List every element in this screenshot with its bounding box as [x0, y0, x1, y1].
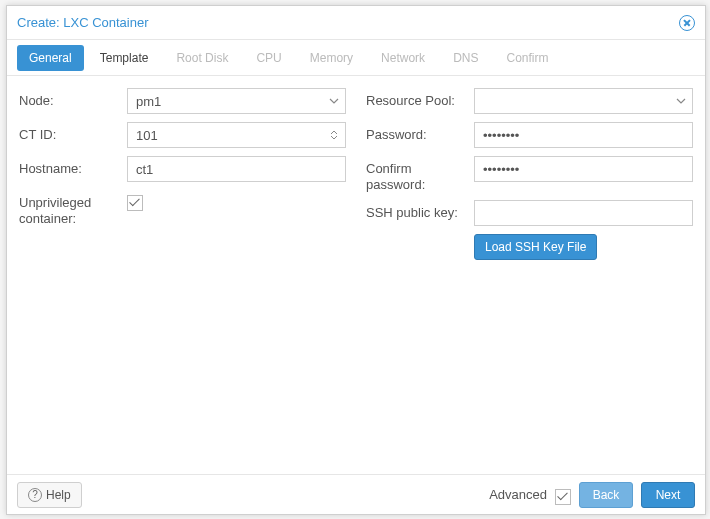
ssh-key-input[interactable]	[474, 200, 693, 226]
node-combo[interactable]: pm1	[127, 88, 346, 114]
chevron-down-icon[interactable]	[323, 98, 345, 104]
tab-network: Network	[369, 45, 437, 71]
ctid-value: 101	[128, 128, 323, 143]
node-label: Node:	[19, 88, 127, 109]
resource-pool-combo[interactable]	[474, 88, 693, 114]
dialog-body: Node: pm1 CT ID: 101	[7, 76, 705, 474]
load-ssh-key-button[interactable]: Load SSH Key File	[474, 234, 597, 260]
tab-general[interactable]: General	[17, 45, 84, 71]
hostname-input[interactable]	[127, 156, 346, 182]
advanced-checkbox[interactable]	[555, 489, 571, 505]
hostname-label: Hostname:	[19, 156, 127, 177]
create-lxc-dialog: Create: LXC Container GeneralTemplateRoo…	[6, 5, 706, 515]
dialog-footer: ? Help Advanced Back Next	[7, 474, 705, 514]
tab-confirm: Confirm	[494, 45, 560, 71]
ctid-label: CT ID:	[19, 122, 127, 143]
node-value: pm1	[128, 94, 323, 109]
confirm-password-input[interactable]	[474, 156, 693, 182]
wizard-tabs: GeneralTemplateRoot DiskCPUMemoryNetwork…	[7, 40, 705, 76]
password-label: Password:	[366, 122, 474, 143]
close-icon[interactable]	[679, 15, 695, 31]
confirm-password-label: Confirm password:	[366, 156, 474, 192]
tab-cpu: CPU	[244, 45, 293, 71]
titlebar: Create: LXC Container	[7, 6, 705, 40]
help-button[interactable]: ? Help	[17, 482, 82, 508]
spinner-icon[interactable]	[323, 130, 345, 140]
tab-root-disk: Root Disk	[164, 45, 240, 71]
unprivileged-label: Unprivileged container:	[19, 190, 127, 226]
advanced-label: Advanced	[489, 487, 547, 502]
tab-dns: DNS	[441, 45, 490, 71]
unprivileged-checkbox[interactable]	[127, 195, 143, 211]
password-input[interactable]	[474, 122, 693, 148]
footer-right: Advanced Back Next	[489, 482, 695, 508]
dialog-title: Create: LXC Container	[17, 15, 149, 30]
next-button[interactable]: Next	[641, 482, 695, 508]
help-icon: ?	[28, 488, 42, 502]
left-column: Node: pm1 CT ID: 101	[19, 88, 346, 474]
help-label: Help	[46, 488, 71, 502]
ctid-spinner[interactable]: 101	[127, 122, 346, 148]
ssh-key-label: SSH public key:	[366, 200, 474, 221]
tab-memory: Memory	[298, 45, 365, 71]
back-button[interactable]: Back	[579, 482, 633, 508]
chevron-down-icon[interactable]	[670, 98, 692, 104]
resource-pool-label: Resource Pool:	[366, 88, 474, 109]
tab-template[interactable]: Template	[88, 45, 161, 71]
right-column: Resource Pool: Password: Confir	[366, 88, 693, 474]
